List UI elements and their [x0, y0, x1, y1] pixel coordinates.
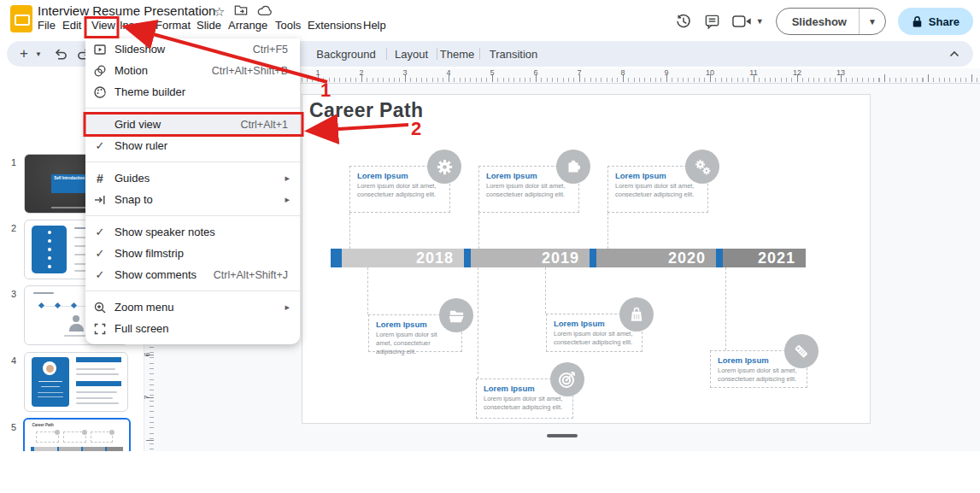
timeline-item-box[interactable]: Lorem IpsumLorem ipsum dolor sit amet, c…: [478, 166, 579, 213]
menubar-item-extensions[interactable]: Extensions: [308, 19, 362, 32]
submenu-arrow-icon: ▸: [285, 302, 300, 313]
timeline-item-box[interactable]: Lorem IpsumLorem ipsum dolor sit amet, c…: [710, 350, 807, 388]
menu-shortcut: Ctrl+Alt+Shift+J: [214, 269, 300, 281]
target-icon: [550, 362, 584, 396]
menu-item-snap-to[interactable]: Snap to▸: [85, 189, 300, 210]
timeline-divider: [590, 249, 596, 267]
layout-button[interactable]: Layout: [388, 41, 435, 67]
ruler-number: 11: [749, 68, 757, 77]
transition-button[interactable]: Transition: [479, 41, 548, 67]
tag-icon: [784, 334, 819, 368]
menubar-item-help[interactable]: Help: [363, 19, 386, 32]
double-gear-icon: [685, 150, 719, 184]
checkmark-icon: ✓: [85, 268, 114, 281]
theme-button[interactable]: Theme: [437, 41, 478, 67]
menubar-item-file[interactable]: File: [38, 19, 56, 32]
menu-separator: [85, 108, 300, 109]
share-button-label: Share: [929, 15, 959, 28]
menu-item-show-speaker-notes[interactable]: ✓Show speaker notes: [85, 221, 300, 243]
share-button[interactable]: Share: [898, 8, 973, 35]
meet-camera-icon[interactable]: ▼: [732, 15, 764, 28]
puzzle-icon: [556, 150, 590, 184]
menubar-item-slide[interactable]: Slide: [197, 19, 221, 32]
menu-item-full-screen[interactable]: Full screen: [85, 318, 300, 339]
slides-logo[interactable]: [10, 5, 32, 32]
slide-number: 3: [7, 289, 21, 299]
menu-item-slideshow[interactable]: SlideshowCtrl+F5: [85, 38, 300, 60]
ruler-number: 12: [793, 68, 801, 77]
checkmark-icon: ✓: [85, 139, 114, 152]
ruler-number: 7: [577, 68, 581, 77]
timeline-year-2020[interactable]: 2020: [596, 249, 716, 267]
new-slide-caret-icon[interactable]: ▼: [32, 41, 44, 67]
zoom-icon: [85, 301, 114, 314]
shopping-bag-icon: [619, 297, 654, 332]
new-slide-button[interactable]: +: [15, 41, 32, 67]
menu-separator: [85, 291, 300, 291]
ruler-number: 4: [446, 68, 450, 77]
slide-number: 2: [7, 223, 21, 233]
slide-thumbnail-4[interactable]: [24, 352, 128, 412]
menu-item-show-filmstrip[interactable]: ✓Show filmstrip: [85, 243, 300, 264]
camera-caret-icon: ▼: [756, 17, 764, 26]
item-body: Lorem ipsum dolor sit amet, consectetuer…: [718, 367, 800, 384]
dashed-connector-line: [349, 213, 350, 249]
collapse-toolbar-icon[interactable]: [943, 41, 965, 67]
timeline-year-2019[interactable]: 2019: [471, 249, 590, 267]
checkmark-icon: ✓: [85, 226, 114, 238]
slideshow-button[interactable]: Slideshow ▼: [776, 8, 886, 35]
menu-item-theme-builder[interactable]: Theme builder: [85, 81, 300, 103]
dashed-connector-line: [545, 267, 546, 314]
menu-item-motion[interactable]: MotionCtrl+Alt+Shift+B: [85, 60, 300, 81]
google-slides-app: Interview Resume Presentation ☆ FileEdit…: [0, 0, 980, 493]
slide-thumbnail-5-selected[interactable]: Career Path: [23, 418, 131, 451]
motion-icon: [85, 64, 114, 78]
menubar-item-arrange[interactable]: Arrange: [228, 19, 267, 32]
timeline-item-box[interactable]: Lorem IpsumLorem ipsum dolor sit amet, c…: [607, 166, 708, 213]
gear-icon: [427, 150, 461, 184]
timeline-item-box[interactable]: Lorem IpsumLorem ipsum dolor sit amet, c…: [368, 314, 462, 352]
menubar-item-format[interactable]: Format: [156, 19, 191, 32]
menu-item-zoom-menu[interactable]: Zoom menu▸: [85, 296, 300, 318]
timeline-item-box[interactable]: Lorem IpsumLorem ipsum dolor sit amet, c…: [546, 314, 643, 352]
menu-item-label: Theme builder: [114, 85, 300, 98]
undo-button[interactable]: [50, 41, 70, 67]
menu-shortcut: Ctrl+Alt+Shift+B: [212, 65, 300, 77]
document-title[interactable]: Interview Resume Presentation: [38, 3, 215, 18]
menubar-item-insert[interactable]: Insert: [120, 19, 148, 32]
slideshow-button-label: Slideshow: [777, 9, 859, 34]
cloud-saved-icon[interactable]: [257, 4, 273, 20]
comments-icon[interactable]: [704, 14, 720, 30]
timeline-year-2021[interactable]: 2021: [723, 249, 806, 267]
menu-item-grid-view[interactable]: Grid viewCtrl+Alt+1: [85, 114, 300, 135]
menu-item-label: Full screen: [114, 322, 300, 335]
menu-shortcut: Ctrl+F5: [253, 44, 300, 56]
item-body: Lorem ipsum dolor sit amet, consectetuer…: [486, 182, 572, 199]
thumb5-title: Career Path: [32, 423, 54, 427]
ruler-number: 13: [836, 68, 845, 77]
menu-item-guides[interactable]: #Guides▸: [85, 167, 300, 189]
slide-title-textbox[interactable]: Career Path: [309, 99, 424, 122]
timeline-year-2018[interactable]: 2018: [342, 249, 464, 267]
version-history-icon[interactable]: [675, 13, 692, 30]
item-body: Lorem ipsum dolor sit amet, consectetuer…: [357, 182, 443, 199]
menubar-item-view[interactable]: View: [91, 19, 115, 32]
menubar-item-tools[interactable]: Tools: [275, 19, 301, 32]
toolbar-separator: [386, 48, 387, 60]
star-icon[interactable]: ☆: [214, 4, 225, 20]
timeline-item-box[interactable]: Lorem IpsumLorem ipsum dolor sit amet, c…: [349, 166, 450, 213]
slide-number: 1: [7, 157, 21, 167]
ruler-number: 2: [359, 68, 363, 77]
notes-resize-handle[interactable]: [547, 434, 578, 437]
menu-item-show-ruler[interactable]: ✓Show ruler: [85, 135, 300, 156]
fullscreen-icon: [85, 322, 114, 336]
timeline-divider: [464, 249, 471, 267]
menubar-item-edit[interactable]: Edit: [62, 19, 81, 32]
slideshow-caret-icon[interactable]: ▼: [860, 9, 885, 34]
timeline-item-box[interactable]: Lorem IpsumLorem ipsum dolor sit amet, c…: [476, 379, 573, 419]
menu-item-label: Show comments: [114, 268, 214, 281]
menu-item-label: Guides: [114, 172, 285, 185]
background-button[interactable]: Background: [308, 41, 384, 67]
menu-item-show-comments[interactable]: ✓Show commentsCtrl+Alt+Shift+J: [85, 264, 300, 285]
move-folder-icon[interactable]: [234, 4, 248, 20]
